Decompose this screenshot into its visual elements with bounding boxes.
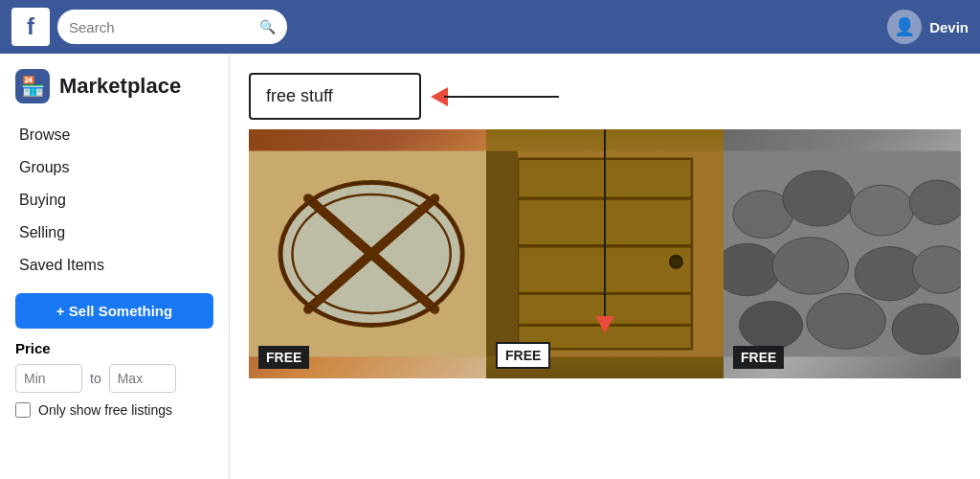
- free-badge-door: FREE: [496, 342, 550, 369]
- item-card-table[interactable]: FREE: [249, 129, 486, 378]
- sidebar: 🏪 Marketplace Browse Groups Buying Selli…: [0, 54, 230, 479]
- items-grid: FREE: [230, 129, 980, 398]
- search-input[interactable]: [69, 19, 252, 35]
- price-max-input[interactable]: [109, 364, 176, 393]
- free-listings-label: Only show free listings: [38, 402, 172, 418]
- free-badge-table: FREE: [258, 346, 309, 369]
- search-bar[interactable]: 🔍: [57, 10, 287, 44]
- svg-point-20: [772, 238, 848, 295]
- svg-point-25: [892, 304, 958, 354]
- free-badge-rocks: FREE: [733, 346, 784, 369]
- free-listings-checkbox[interactable]: [15, 402, 31, 418]
- vertical-arrow-line: [604, 129, 606, 316]
- marketplace-icon: 🏪: [15, 69, 50, 103]
- price-to-label: to: [90, 371, 101, 386]
- svg-point-16: [783, 171, 854, 226]
- sidebar-header: 🏪 Marketplace: [15, 69, 213, 103]
- sidebar-item-saved-items[interactable]: Saved Items: [15, 249, 213, 282]
- sidebar-item-groups[interactable]: Groups: [15, 151, 213, 184]
- svg-point-24: [807, 293, 886, 349]
- svg-rect-13: [486, 151, 518, 357]
- search-box[interactable]: free stuff: [249, 73, 421, 120]
- sidebar-item-selling[interactable]: Selling: [15, 217, 213, 249]
- sell-something-button[interactable]: + Sell Something: [15, 293, 213, 329]
- page-title: Marketplace: [59, 74, 181, 99]
- item-image-rocks: [724, 129, 961, 378]
- vertical-arrow-head: [595, 316, 614, 333]
- sidebar-item-browse[interactable]: Browse: [15, 119, 213, 151]
- arrow-line: [444, 96, 559, 98]
- top-navigation: f 🔍 👤 Devin: [0, 0, 980, 54]
- facebook-logo[interactable]: f: [11, 8, 50, 46]
- search-icon: 🔍: [259, 19, 276, 34]
- price-inputs: to: [15, 364, 213, 393]
- svg-point-12: [670, 256, 682, 268]
- price-section: Price to Only show free listings: [15, 340, 213, 418]
- main-content: free stuff: [230, 54, 980, 479]
- price-min-input[interactable]: [15, 364, 82, 393]
- svg-point-23: [740, 302, 803, 350]
- svg-point-18: [909, 180, 961, 224]
- sidebar-item-buying[interactable]: Buying: [15, 184, 213, 217]
- user-name: Devin: [929, 19, 969, 35]
- item-card-door[interactable]: FREE: [486, 129, 724, 378]
- item-image-table: [249, 129, 486, 378]
- free-listings-checkbox-label[interactable]: Only show free listings: [15, 402, 213, 418]
- price-label: Price: [15, 340, 213, 356]
- nav-right: 👤 Devin: [887, 10, 969, 44]
- vertical-arrow-annotation: [595, 129, 614, 333]
- svg-point-17: [850, 185, 913, 236]
- item-card-rocks[interactable]: FREE: [724, 129, 961, 378]
- search-area: free stuff: [230, 54, 980, 129]
- page-layout: 🏪 Marketplace Browse Groups Buying Selli…: [0, 54, 980, 479]
- avatar: 👤: [887, 10, 922, 44]
- arrow-annotation: [431, 87, 559, 106]
